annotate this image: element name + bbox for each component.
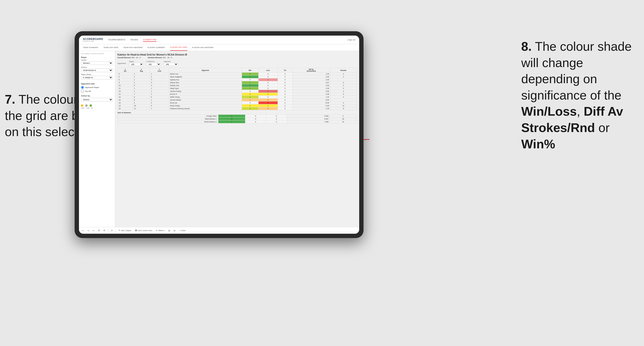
toolbar-divider-1	[108, 229, 108, 232]
col-header-loss: Loss	[258, 68, 278, 73]
table-row: 1691 Jessica Mason 1 2 0 -0.94	[118, 99, 357, 101]
player-rank-select[interactable]: 8. Katelyn Vo	[81, 76, 113, 79]
cell-conf: 1	[150, 73, 169, 75]
cell-div: 3	[118, 73, 133, 75]
cell-opponent: Heejo Hyun	[169, 87, 242, 90]
sign-out-link[interactable]: | Sign out	[347, 39, 355, 41]
sub-nav: TEAM SUMMARY TEAM H2H GRID TEAM H2H HEAT…	[79, 44, 359, 51]
legend-down-dot	[81, 104, 83, 107]
nav-teams[interactable]: TEAMS	[130, 38, 138, 42]
right-content: Katelyn Vo Head-to-Head Grid for Women's…	[115, 51, 359, 227]
watch-button[interactable]: 👁 Watch ▾	[155, 229, 166, 232]
conference-filter-group: Conference (All)	[146, 61, 161, 66]
view-original-label: View: Original	[121, 230, 131, 231]
cell-opponent: Euna Lee	[169, 101, 242, 104]
colour-by-select[interactable]: Win/loss Diff Av Strokes/Rnd Win%	[81, 98, 113, 101]
undo2-icon[interactable]: ↩	[92, 229, 95, 232]
main-content: Last Updated: 27/03/2024 16:55:38 Player…	[79, 51, 359, 227]
toolbar-icon-extra1[interactable]: ⊞	[168, 229, 171, 232]
subnav-team-summary[interactable]: TEAM SUMMARY	[83, 44, 98, 51]
save-custom-view-button[interactable]: 💾 Save Custom View	[134, 229, 153, 232]
clock-icon[interactable]: ⏱	[110, 229, 114, 232]
cell-ncaa-d2: NCAA Division 2	[118, 121, 218, 123]
col-header-div: #Div	[118, 68, 133, 73]
division-select[interactable]: NCAA Division III NCAA Division I NCAA D…	[81, 69, 113, 72]
bottom-toolbar: ↩ ↪ ↩ ⧉ ⧉ ⏱ 👁 View: Original 💾 Save Cust…	[79, 227, 359, 234]
copy-icon[interactable]: ⧉	[97, 229, 101, 232]
tablet-frame: SCOREBOARD Powered by clippi TOURNAMENTS…	[75, 31, 364, 238]
eye-icon: 👁	[118, 230, 120, 231]
view-original-button[interactable]: 👁 View: Original	[118, 229, 132, 232]
watch-icon: 👁	[156, 230, 158, 231]
region-select[interactable]: (All)	[129, 63, 144, 66]
table-row: 1474 Eunice Yi 2 2 0 0.38 9	[118, 93, 357, 96]
legend-labels: Down Level Up	[81, 107, 113, 109]
table-row: 19106 Emily Chang 4 1 0 0.30 11	[118, 104, 357, 107]
subnav-player-h2h-grid[interactable]: PLAYER H2H GRID	[170, 44, 187, 51]
opponents-filter-label: Opponents:	[118, 62, 126, 64]
colour-by-title: Colour by	[81, 95, 113, 97]
share-button[interactable]: ↗ Share	[178, 229, 187, 232]
cell-rounds: 4	[330, 73, 356, 75]
legend-level-dot	[85, 104, 88, 107]
col-header-tie: Tie	[278, 68, 292, 73]
watch-label: Watch ▾	[158, 230, 165, 232]
radio-top100[interactable]: Top 100	[81, 90, 113, 93]
radio-opponents-played[interactable]: Opponents Played	[81, 86, 113, 89]
table-row: Foreign Team 1 0 0 4.500 2	[118, 115, 357, 118]
cell-opponent: Emily Chang	[169, 104, 242, 107]
cell-opponent: Andrea York	[169, 84, 242, 87]
tablet-screen: SCOREBOARD Powered by clippi TOURNAMENTS…	[79, 36, 359, 234]
opponent-select[interactable]: (All)	[164, 63, 178, 66]
table-row: 1585 Stella Cheng 1 0 0 1.25 4	[118, 96, 357, 99]
table-row: 1063 Andrea York 2 0 0 4.00 4	[118, 84, 357, 87]
region-filter-group: Region (All)	[129, 61, 144, 66]
table-row: 522 Alexis Sudjianto 1 0 0 4.00 3	[118, 75, 357, 78]
share-icon: ↗	[179, 230, 180, 232]
player-section-title: Player	[81, 56, 113, 58]
table-row: 1111 Heejo Hyun 1 0 0 3.33 3	[118, 87, 357, 90]
subnav-player-h2h-heatmap[interactable]: PLAYER H2H HEATMAP	[192, 44, 214, 51]
nav-tournaments[interactable]: TOURNAMENTS	[108, 38, 126, 42]
cell-diff: 1.50	[292, 73, 330, 75]
cell-opponent: Eunice Yi	[169, 93, 242, 96]
cell-naia-d1: NAIA Division 1	[118, 118, 218, 121]
nav-right: | Sign out	[347, 39, 355, 41]
annotation-left-number: 7.	[5, 92, 15, 106]
cell-win: 1	[242, 73, 258, 75]
legend-down-label: Down	[81, 107, 84, 109]
panel-timestamp: Last Updated: 27/03/2024 16:55:38	[81, 53, 113, 54]
col-header-rounds: Rounds	[330, 68, 356, 73]
overall-record: Overall Record: 353 - 34 - 6	[118, 56, 140, 59]
nav-items: TOURNAMENTS TEAMS COMMITTEE	[108, 38, 347, 42]
cell-opponent: Sharon Mun	[169, 81, 242, 84]
subnav-team-h2h-grid[interactable]: TEAM H2H GRID	[103, 44, 118, 51]
paste-icon[interactable]: ⧉	[102, 229, 106, 232]
division-record: Division Record: 331 - 34 - 6	[148, 56, 172, 59]
cell-loss: 0	[258, 73, 278, 75]
conference-select[interactable]: (All)	[146, 63, 161, 66]
cell-opponent: Jessica Mason	[169, 99, 242, 101]
legend-level-label: Level	[86, 107, 89, 109]
col-header-conf: #Conf	[150, 68, 169, 73]
gender-select[interactable]: Women's Men's	[81, 61, 113, 65]
table-row: NCAA Division 2 5 0 0 7.400 10	[118, 121, 357, 123]
cell-opponent: Alexis Sudjianto	[169, 75, 242, 78]
col-header-win: Win	[242, 68, 258, 73]
table-row: 3 1 1 Esther Lee 1 0 0 1.50 4	[118, 73, 357, 75]
cell-opponent: Esther Lee	[169, 73, 242, 75]
table-row: 914 Sharon Mun 1 0 0 3.67 3	[118, 81, 357, 84]
nav-committee[interactable]: COMMITTEE	[143, 38, 157, 42]
cell-opponent: Sydney Kuo	[169, 78, 242, 81]
subnav-team-h2h-heatmap[interactable]: TEAM H2H HEATMAP	[123, 44, 143, 51]
toolbar-icon-extra2[interactable]: ⊟	[173, 229, 176, 232]
gender-label: Gender	[81, 59, 113, 61]
out-of-division-header: Out of division	[118, 110, 357, 114]
left-panel: Last Updated: 27/03/2024 16:55:38 Player…	[79, 51, 115, 227]
undo-icon[interactable]: ↩	[81, 229, 85, 232]
opponent-view-title: Opponent view	[81, 83, 113, 85]
subnav-player-summary[interactable]: PLAYER SUMMARY	[148, 44, 166, 51]
legend-dots	[81, 104, 113, 107]
redo-icon[interactable]: ↪	[87, 229, 90, 232]
legend-up-label: Up	[91, 107, 93, 109]
